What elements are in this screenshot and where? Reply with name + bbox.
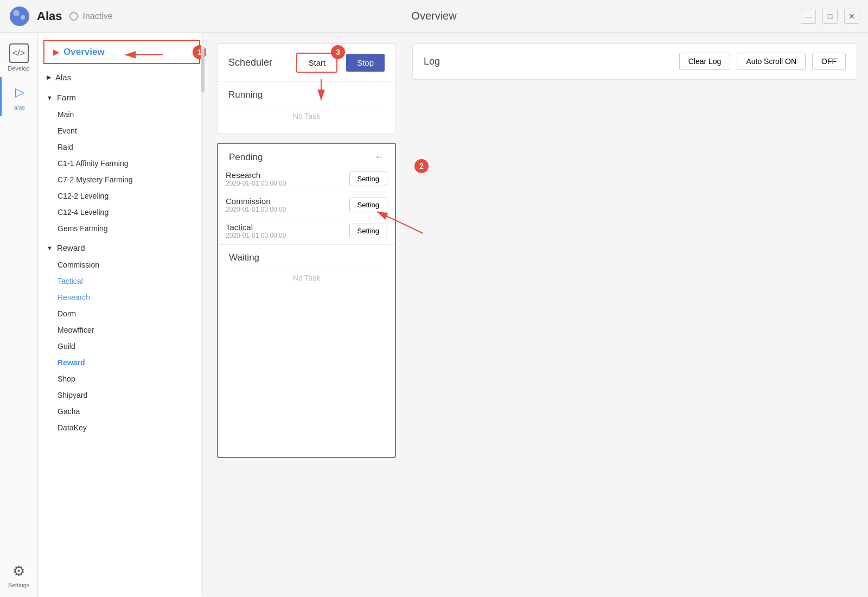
waiting-no-task: No Task — [229, 269, 384, 287]
waiting-title: Waiting — [229, 252, 384, 263]
sidebar-item-develop[interactable]: </> Develop — [0, 38, 37, 77]
svg-point-1 — [13, 10, 20, 16]
running-title: Running — [228, 90, 385, 100]
sidebar-item-alas[interactable]: ▷ alas — [0, 77, 37, 116]
start-btn-wrapper: Start 3 — [296, 53, 337, 73]
pending-item-time-research: 2020-01-01 00:00:00 — [226, 180, 349, 187]
nav-group-header-farm[interactable]: ▼ Farm — [38, 88, 206, 106]
alas-triangle-icon: ▶ — [47, 74, 51, 81]
settings-label: Settings — [8, 582, 30, 588]
nav-item-gems[interactable]: Gems Farming — [38, 220, 206, 237]
list-item: Research 2020-01-01 00:00:00 Setting — [226, 166, 387, 192]
nav-item-shipyard[interactable]: Shipyard — [38, 387, 206, 403]
waiting-section: Waiting No Task — [218, 244, 395, 457]
pending-box: Pending ← Research 2020-01-01 00:00:00 S… — [217, 143, 396, 458]
farm-group-label: Farm — [57, 93, 76, 102]
maximize-button[interactable]: □ — [822, 9, 838, 24]
nav-item-overview[interactable]: ▶ Overview 1 — [43, 40, 200, 64]
nav-group-farm: ▼ Farm Main Event Raid C1-1 Affinity Far… — [38, 87, 206, 238]
app-title: Alas — [37, 9, 62, 23]
sidebar: ▶ Overview 1 ▶ Alas ▼ Farm Main Event Ra… — [38, 33, 206, 597]
pending-item-info-tactical: Tactical 2020-01-01 00:00:00 — [226, 223, 349, 239]
status-circle-icon — [69, 12, 78, 21]
nav-item-dorm[interactable]: Dorm — [38, 306, 206, 322]
develop-icon: </> — [9, 43, 29, 63]
alas-label: alas — [14, 104, 25, 111]
log-header: Log Clear Log Auto Scroll ON OFF — [413, 44, 857, 79]
nav-item-affinity[interactable]: C1-1 Affinity Farming — [38, 155, 206, 172]
auto-scroll-button[interactable]: Auto Scroll ON — [737, 53, 806, 70]
reward-triangle-icon: ▼ — [47, 245, 53, 251]
nav-item-main[interactable]: Main — [38, 106, 206, 123]
nav-item-datakey[interactable]: DataKey — [38, 420, 206, 436]
reward-group-label: Reward — [57, 243, 85, 252]
setting-button-research[interactable]: Setting — [349, 172, 387, 186]
pending-item-info-commission: Commission 2020-01-01 00:00:00 — [226, 196, 349, 213]
annotation-badge-2: 2 — [414, 159, 429, 173]
nav-item-c12-2[interactable]: C12-2 Leveling — [38, 188, 206, 204]
waiting-empty-area — [229, 287, 384, 449]
top-section: Scheduler Start 3 Stop Running No Task — [217, 43, 857, 458]
nav-item-raid[interactable]: Raid — [38, 139, 206, 155]
window-controls: — □ ✕ — [801, 9, 859, 24]
scheduler-title: Scheduler — [228, 57, 288, 68]
list-item: Commission 2020-01-01 00:00:00 Setting — [226, 192, 387, 218]
overview-arrow-icon: ▶ — [53, 48, 59, 56]
nav-item-research[interactable]: Research — [38, 289, 206, 306]
nav-item-reward[interactable]: Reward — [38, 354, 206, 371]
sidebar-scrollbar[interactable] — [201, 33, 205, 597]
scrollbar-thumb[interactable] — [201, 49, 205, 92]
app-logo — [9, 5, 30, 27]
scheduler-header: Scheduler Start 3 Stop — [218, 44, 395, 82]
nav-item-tactical[interactable]: Tactical — [38, 273, 206, 289]
pending-arrow-icon: ← — [374, 151, 384, 163]
develop-label: Develop — [8, 65, 29, 72]
nav-item-mystery[interactable]: C7-2 Mystery Farming — [38, 172, 206, 188]
main-layout: </> Develop ▷ alas ⚙ Settings ▶ Overview… — [0, 33, 868, 597]
running-no-task: No Task — [228, 106, 385, 126]
nav-item-commission[interactable]: Commission — [38, 257, 206, 273]
list-item: Tactical 2020-01-01 00:00:00 Setting — [226, 218, 387, 244]
svg-point-0 — [10, 7, 29, 26]
app-status: Inactive — [69, 11, 112, 21]
annotation-badge-3: 3 — [331, 45, 345, 59]
nav-item-c12-4[interactable]: C12-4 Leveling — [38, 204, 206, 220]
status-text: Inactive — [82, 11, 112, 21]
setting-button-tactical[interactable]: Setting — [349, 224, 387, 238]
pending-item-name-tactical: Tactical — [226, 223, 349, 232]
alas-play-icon: ▷ — [10, 82, 29, 102]
window-title: Overview — [411, 10, 456, 22]
nav-item-event[interactable]: Event — [38, 123, 206, 139]
pending-wrapper: Pending ← Research 2020-01-01 00:00:00 S… — [217, 143, 401, 458]
alas-group-label: Alas — [55, 73, 71, 82]
farm-triangle-icon: ▼ — [47, 94, 53, 101]
stop-button[interactable]: Stop — [346, 54, 385, 72]
setting-button-commission[interactable]: Setting — [349, 198, 387, 212]
log-card: Log Clear Log Auto Scroll ON OFF — [412, 43, 857, 80]
scheduler-card: Scheduler Start 3 Stop Running No Task — [217, 43, 396, 134]
running-section: Running No Task — [218, 82, 395, 134]
nav-group-reward: ▼ Reward Commission Tactical Research Do… — [38, 238, 206, 437]
pending-item-time-commission: 2020-01-01 00:00:00 — [226, 206, 349, 213]
main-content: Scheduler Start 3 Stop Running No Task — [206, 33, 868, 597]
settings-gear-icon: ⚙ — [12, 563, 25, 580]
sidebar-item-settings[interactable]: ⚙ Settings — [0, 557, 37, 597]
pending-item-name-research: Research — [226, 170, 349, 180]
pending-item-info-research: Research 2020-01-01 00:00:00 — [226, 170, 349, 187]
pending-list: Research 2020-01-01 00:00:00 Setting Com… — [218, 166, 395, 244]
pending-item-time-tactical: 2020-01-01 00:00:00 — [226, 232, 349, 239]
minimize-button[interactable]: — — [801, 9, 816, 24]
close-button[interactable]: ✕ — [844, 9, 859, 24]
off-button[interactable]: OFF — [812, 53, 846, 70]
nav-item-gacha[interactable]: Gacha — [38, 403, 206, 420]
nav-group-alas: ▶ Alas — [38, 67, 206, 87]
clear-log-button[interactable]: Clear Log — [679, 53, 731, 70]
nav-item-meowfficer[interactable]: Meowfficer — [38, 322, 206, 338]
overview-label: Overview — [63, 47, 105, 58]
nav-item-shop[interactable]: Shop — [38, 371, 206, 387]
nav-group-header-alas[interactable]: ▶ Alas — [38, 68, 206, 86]
nav-group-header-reward[interactable]: ▼ Reward — [38, 239, 206, 257]
nav-item-guild[interactable]: Guild — [38, 338, 206, 354]
icon-bar: </> Develop ▷ alas ⚙ Settings — [0, 33, 38, 597]
titlebar: Alas Inactive Overview — □ ✕ — [0, 0, 868, 33]
